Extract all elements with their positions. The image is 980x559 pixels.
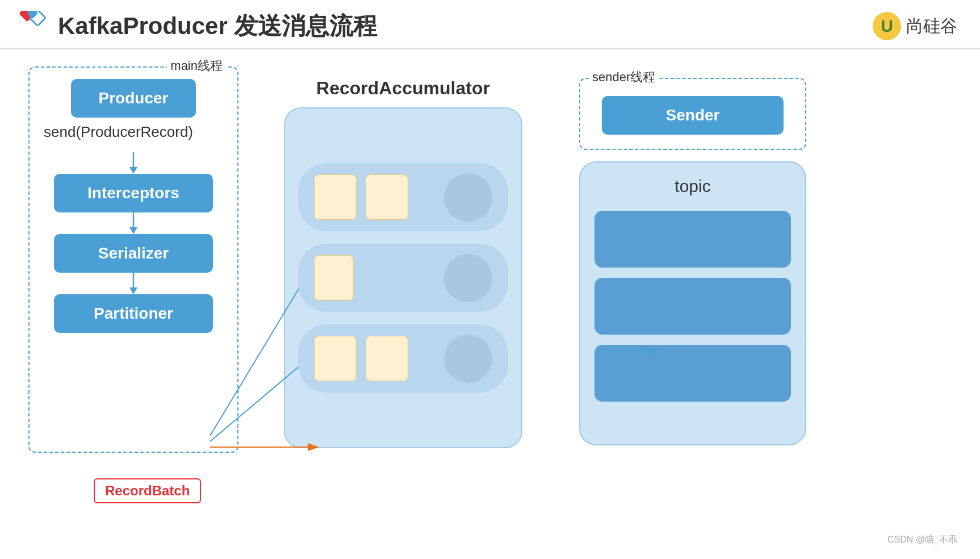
sender-thread-box: sender线程 Sender — [579, 78, 806, 150]
watermark: CSDN @喵_不乖 — [887, 534, 957, 546]
arrow-3 — [44, 273, 223, 294]
topic-label: topic — [594, 177, 791, 196]
arrow-1 — [44, 152, 223, 174]
batch-1a — [314, 174, 357, 220]
arrow-2 — [44, 212, 223, 234]
circle-2 — [444, 254, 492, 302]
serializer-label: Serializer — [98, 244, 169, 262]
logo-text: 尚硅谷 — [906, 15, 957, 38]
pill-row-1 — [298, 163, 508, 231]
main-thread-label: main线程 — [167, 57, 226, 74]
logo-right: U 尚硅谷 — [872, 11, 957, 41]
partitioner-box: Partitioner — [54, 294, 213, 333]
svg-marker-8 — [129, 227, 137, 234]
partitioner-label: Partitioner — [94, 304, 173, 322]
diagram-area: main线程 Producer send(ProducerRecord) Int… — [0, 49, 980, 554]
send-label: send(ProducerRecord) — [44, 123, 223, 141]
partition-3 — [594, 345, 791, 402]
logo-diamond — [17, 11, 48, 41]
pill-row-3 — [298, 324, 508, 393]
svg-marker-10 — [129, 287, 137, 294]
title-black-part: 发送消息流程 — [228, 12, 378, 39]
record-accumulator-area: RecordAccumulator — [284, 78, 522, 448]
sender-label: Sender — [666, 106, 720, 124]
producer-box: Producer — [71, 79, 196, 118]
partition-1 — [594, 211, 791, 268]
sender-thread-label: sender线程 — [589, 69, 659, 86]
partition-2 — [594, 278, 791, 335]
circle-1 — [444, 173, 492, 222]
sender-box: Sender — [602, 96, 784, 135]
interceptors-box: Interceptors — [54, 174, 213, 212]
topic-box: topic — [579, 161, 806, 445]
pill-row-2 — [298, 244, 508, 312]
record-batch-text: RecordBatch — [105, 483, 190, 498]
serializer-box: Serializer — [54, 234, 213, 273]
record-accumulator-label: RecordAccumulator — [316, 78, 490, 99]
sender-area: sender线程 Sender topic — [579, 78, 806, 445]
record-batch-label: RecordBatch — [77, 475, 201, 503]
circle-3 — [444, 335, 492, 383]
header-title: KafkaProducer 发送消息流程 — [58, 10, 377, 42]
logo-u-icon: U — [872, 11, 902, 41]
batch-3a — [314, 336, 357, 381]
batch-3b — [366, 336, 408, 381]
batch-1b — [366, 174, 408, 220]
producer-label: Producer — [99, 89, 169, 107]
title-red-part: KafkaProducer — [58, 12, 228, 39]
accumulator-box — [284, 107, 522, 448]
header: KafkaProducer 发送消息流程 U 尚硅谷 — [0, 0, 980, 49]
batch-2a — [314, 255, 354, 301]
main-thread-box: main线程 Producer send(ProducerRecord) Int… — [28, 66, 238, 453]
interceptors-label: Interceptors — [87, 184, 179, 202]
header-left: KafkaProducer 发送消息流程 — [17, 10, 377, 42]
svg-text:U: U — [881, 16, 893, 35]
svg-marker-6 — [129, 167, 137, 174]
